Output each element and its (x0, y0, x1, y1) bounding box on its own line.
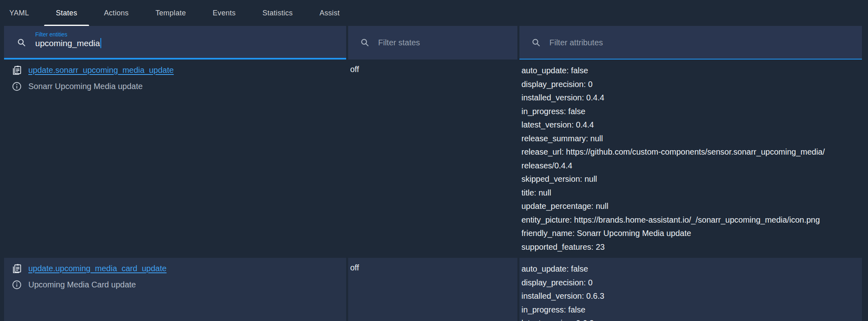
attribute-line: latest_version: 0.6.3 (521, 317, 856, 321)
attribute-line: release_summary: null (521, 132, 856, 146)
tab-actions[interactable]: Actions (91, 0, 142, 26)
entity-row: update.sonarr_upcoming_media_update Sona… (4, 60, 862, 258)
entity-id-link[interactable]: update.upcoming_media_card_update (28, 264, 166, 273)
tab-yaml[interactable]: YAML (0, 0, 43, 26)
filter-entities-label: Filter entities (35, 31, 340, 38)
tab-states[interactable]: States (43, 0, 91, 26)
copy-entity-id-icon[interactable] (11, 263, 22, 274)
filter-attributes-input[interactable]: Filter attributes (519, 26, 862, 60)
attribute-line: release_url: https://github.com/custom-c… (521, 145, 856, 159)
entity-attributes: auto_update: falsedisplay_precision: 0in… (519, 258, 862, 321)
filter-entities-input[interactable]: Filter entities upcoming_media (4, 26, 346, 60)
entity-id-link[interactable]: update.sonarr_upcoming_media_update (28, 66, 174, 75)
search-icon (531, 38, 542, 48)
attribute-line: supported_features: 23 (521, 240, 856, 254)
attribute-line: skipped_version: null (521, 172, 856, 186)
filter-attributes-placeholder: Filter attributes (549, 38, 603, 47)
attribute-line: display_precision: 0 (521, 78, 856, 91)
attribute-line: title: null (521, 186, 856, 200)
attribute-line: releases/0.4.4 (521, 159, 856, 173)
entity-cell: update.upcoming_media_card_update Upcomi… (4, 258, 346, 321)
entity-friendly-name: Sonarr Upcoming Media update (28, 82, 143, 91)
states-table: Filter entities upcoming_media Filter st… (4, 26, 862, 321)
attribute-line: installed_version: 0.6.3 (521, 289, 856, 303)
filter-row: Filter entities upcoming_media Filter st… (4, 26, 862, 60)
copy-entity-id-icon[interactable] (11, 65, 22, 76)
entity-friendly-name: Upcoming Media Card update (28, 280, 136, 289)
entity-state[interactable]: off (348, 258, 517, 321)
filter-entities-value: upcoming_media (35, 38, 100, 48)
entity-attributes: auto_update: falsedisplay_precision: 0in… (519, 60, 862, 258)
tab-template[interactable]: Template (142, 0, 199, 26)
entity-state[interactable]: off (348, 60, 517, 258)
filter-states-input[interactable]: Filter states (348, 26, 517, 60)
tab-assist[interactable]: Assist (306, 0, 353, 26)
info-icon[interactable] (11, 81, 22, 92)
entity-row: update.upcoming_media_card_update Upcomi… (4, 258, 862, 321)
attribute-line: in_progress: false (521, 303, 856, 317)
tab-statistics[interactable]: Statistics (249, 0, 306, 26)
attribute-line: in_progress: false (521, 105, 856, 119)
attribute-line: update_percentage: null (521, 200, 856, 213)
attribute-line: auto_update: false (521, 262, 856, 276)
attribute-line: entity_picture: https://brands.home-assi… (521, 213, 856, 227)
info-icon[interactable] (11, 279, 22, 290)
attribute-line: auto_update: false (521, 64, 856, 78)
search-icon (17, 38, 27, 48)
entity-cell: update.sonarr_upcoming_media_update Sona… (4, 60, 346, 258)
attribute-line: display_precision: 0 (521, 276, 856, 290)
tab-events[interactable]: Events (199, 0, 249, 26)
text-caret (100, 38, 101, 48)
filter-states-placeholder: Filter states (378, 38, 420, 47)
search-icon (360, 38, 370, 48)
attribute-line: friendly_name: Sonarr Upcoming Media upd… (521, 227, 856, 240)
attribute-line: latest_version: 0.4.4 (521, 118, 856, 132)
devtools-tab-bar: YAMLStatesActionsTemplateEventsStatistic… (0, 0, 868, 26)
attribute-line: installed_version: 0.4.4 (521, 91, 856, 105)
